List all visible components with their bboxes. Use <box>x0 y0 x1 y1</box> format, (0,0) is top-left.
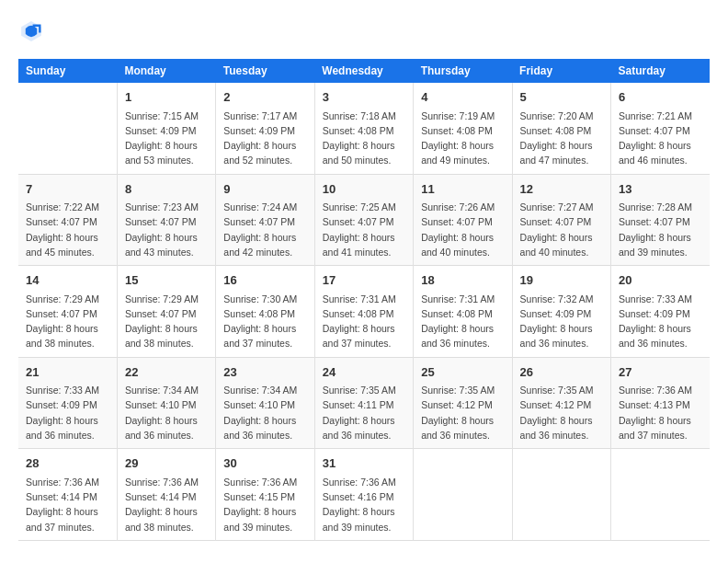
daylight-line1: Daylight: 8 hours <box>125 232 198 243</box>
calendar-cell: 31Sunrise: 7:36 AMSunset: 4:16 PMDayligh… <box>314 449 413 541</box>
day-number: 1 <box>125 88 208 107</box>
day-number: 6 <box>619 88 702 107</box>
daylight-line2: and 42 minutes. <box>223 247 292 258</box>
daylight-line1: Daylight: 8 hours <box>26 415 98 426</box>
daylight-line1: Daylight: 8 hours <box>421 232 494 243</box>
day-number: 24 <box>323 363 405 382</box>
daylight-line2: and 39 minutes. <box>323 522 392 533</box>
daylight-line1: Daylight: 8 hours <box>619 415 691 426</box>
calendar-cell: 26Sunrise: 7:35 AMSunset: 4:12 PMDayligh… <box>512 357 610 449</box>
sunrise-text: Sunrise: 7:34 AM <box>223 385 297 396</box>
daylight-line2: and 36 minutes. <box>323 430 392 441</box>
day-info: Sunrise: 7:36 AMSunset: 4:15 PMDaylight:… <box>223 475 306 534</box>
daylight-line2: and 36 minutes. <box>520 338 589 349</box>
calendar-cell: 6Sunrise: 7:21 AMSunset: 4:07 PMDaylight… <box>611 83 710 174</box>
sunset-text: Sunset: 4:14 PM <box>26 491 97 502</box>
daylight-line1: Daylight: 8 hours <box>125 323 198 334</box>
sunset-text: Sunset: 4:11 PM <box>323 399 394 410</box>
daylight-line1: Daylight: 8 hours <box>323 140 395 151</box>
sunset-text: Sunset: 4:14 PM <box>125 491 197 502</box>
daylight-line1: Daylight: 8 hours <box>223 506 296 517</box>
sunset-text: Sunset: 4:12 PM <box>520 399 592 410</box>
sunset-text: Sunset: 4:07 PM <box>125 216 197 227</box>
day-number: 2 <box>223 88 306 107</box>
day-info: Sunrise: 7:26 AMSunset: 4:07 PMDaylight:… <box>421 200 504 259</box>
day-number: 26 <box>520 363 603 382</box>
sunset-text: Sunset: 4:09 PM <box>125 125 197 136</box>
daylight-line2: and 38 minutes. <box>125 522 194 533</box>
sunrise-text: Sunrise: 7:35 AM <box>421 385 495 396</box>
daylight-line2: and 43 minutes. <box>125 247 194 258</box>
day-info: Sunrise: 7:21 AMSunset: 4:07 PMDaylight:… <box>619 109 702 168</box>
day-info: Sunrise: 7:32 AMSunset: 4:09 PMDaylight:… <box>520 292 603 351</box>
calendar-cell: 13Sunrise: 7:28 AMSunset: 4:07 PMDayligh… <box>611 174 710 266</box>
day-info: Sunrise: 7:35 AMSunset: 4:11 PMDaylight:… <box>323 383 405 442</box>
weekday-header-monday: Monday <box>117 59 215 83</box>
calendar-cell: 22Sunrise: 7:34 AMSunset: 4:10 PMDayligh… <box>117 357 215 449</box>
calendar-cell: 18Sunrise: 7:31 AMSunset: 4:08 PMDayligh… <box>414 266 512 358</box>
daylight-line2: and 50 minutes. <box>323 155 392 166</box>
sunset-text: Sunset: 4:16 PM <box>323 491 394 502</box>
sunrise-text: Sunrise: 7:21 AM <box>619 110 692 121</box>
sunrise-text: Sunrise: 7:36 AM <box>619 385 692 396</box>
daylight-line2: and 37 minutes. <box>26 522 95 533</box>
day-info: Sunrise: 7:22 AMSunset: 4:07 PMDaylight:… <box>26 200 109 259</box>
day-number: 16 <box>223 271 306 290</box>
day-number: 19 <box>520 271 603 290</box>
day-number: 15 <box>125 271 208 290</box>
weekday-header-wednesday: Wednesday <box>314 59 413 83</box>
calendar-cell: 21Sunrise: 7:33 AMSunset: 4:09 PMDayligh… <box>18 357 117 449</box>
calendar-cell: 5Sunrise: 7:20 AMSunset: 4:08 PMDaylight… <box>512 83 610 174</box>
calendar-cell <box>18 83 117 174</box>
sunrise-text: Sunrise: 7:26 AM <box>421 201 495 213</box>
day-number: 23 <box>223 363 306 382</box>
day-info: Sunrise: 7:36 AMSunset: 4:13 PMDaylight:… <box>619 383 702 442</box>
daylight-line2: and 38 minutes. <box>125 338 194 349</box>
day-info: Sunrise: 7:35 AMSunset: 4:12 PMDaylight:… <box>520 383 603 442</box>
sunrise-text: Sunrise: 7:34 AM <box>125 385 199 396</box>
daylight-line1: Daylight: 8 hours <box>125 506 198 517</box>
calendar-cell: 28Sunrise: 7:36 AMSunset: 4:14 PMDayligh… <box>18 449 117 541</box>
sunrise-text: Sunrise: 7:22 AM <box>26 201 99 213</box>
calendar-cell: 29Sunrise: 7:36 AMSunset: 4:14 PMDayligh… <box>117 449 215 541</box>
day-number: 9 <box>223 180 306 199</box>
sunrise-text: Sunrise: 7:32 AM <box>520 293 594 304</box>
calendar-cell: 16Sunrise: 7:30 AMSunset: 4:08 PMDayligh… <box>216 266 314 358</box>
day-info: Sunrise: 7:15 AMSunset: 4:09 PMDaylight:… <box>125 109 208 168</box>
daylight-line2: and 36 minutes. <box>421 338 490 349</box>
sunrise-text: Sunrise: 7:24 AM <box>223 201 297 213</box>
daylight-line1: Daylight: 8 hours <box>421 323 494 334</box>
sunrise-text: Sunrise: 7:36 AM <box>323 477 396 488</box>
calendar-cell <box>512 449 610 541</box>
calendar-cell: 1Sunrise: 7:15 AMSunset: 4:09 PMDaylight… <box>117 83 215 174</box>
day-info: Sunrise: 7:30 AMSunset: 4:08 PMDaylight:… <box>223 292 306 351</box>
day-number: 11 <box>421 180 504 199</box>
weekday-header-sunday: Sunday <box>18 59 117 83</box>
day-info: Sunrise: 7:23 AMSunset: 4:07 PMDaylight:… <box>125 200 208 259</box>
day-info: Sunrise: 7:24 AMSunset: 4:07 PMDaylight:… <box>223 200 306 259</box>
sunset-text: Sunset: 4:07 PM <box>26 216 97 227</box>
sunrise-text: Sunrise: 7:29 AM <box>26 293 99 304</box>
day-number: 5 <box>520 88 603 107</box>
sunset-text: Sunset: 4:08 PM <box>223 308 295 319</box>
daylight-line1: Daylight: 8 hours <box>223 415 296 426</box>
calendar-table: SundayMondayTuesdayWednesdayThursdayFrid… <box>18 59 710 541</box>
calendar-cell: 14Sunrise: 7:29 AMSunset: 4:07 PMDayligh… <box>18 266 117 358</box>
sunrise-text: Sunrise: 7:35 AM <box>520 385 594 396</box>
daylight-line1: Daylight: 8 hours <box>323 232 395 243</box>
sunset-text: Sunset: 4:07 PM <box>619 125 690 136</box>
sunset-text: Sunset: 4:09 PM <box>619 308 690 319</box>
sunset-text: Sunset: 4:08 PM <box>421 308 493 319</box>
daylight-line1: Daylight: 8 hours <box>619 323 691 334</box>
daylight-line2: and 53 minutes. <box>125 155 194 166</box>
day-info: Sunrise: 7:29 AMSunset: 4:07 PMDaylight:… <box>125 292 208 351</box>
daylight-line2: and 45 minutes. <box>26 247 95 258</box>
day-info: Sunrise: 7:29 AMSunset: 4:07 PMDaylight:… <box>26 292 109 351</box>
day-info: Sunrise: 7:35 AMSunset: 4:12 PMDaylight:… <box>421 383 504 442</box>
calendar-cell: 19Sunrise: 7:32 AMSunset: 4:09 PMDayligh… <box>512 266 610 358</box>
calendar-cell: 11Sunrise: 7:26 AMSunset: 4:07 PMDayligh… <box>414 174 512 266</box>
calendar-cell: 12Sunrise: 7:27 AMSunset: 4:07 PMDayligh… <box>512 174 610 266</box>
sunrise-text: Sunrise: 7:31 AM <box>421 293 495 304</box>
calendar-week-3: 14Sunrise: 7:29 AMSunset: 4:07 PMDayligh… <box>18 266 710 358</box>
daylight-line1: Daylight: 8 hours <box>125 415 198 426</box>
